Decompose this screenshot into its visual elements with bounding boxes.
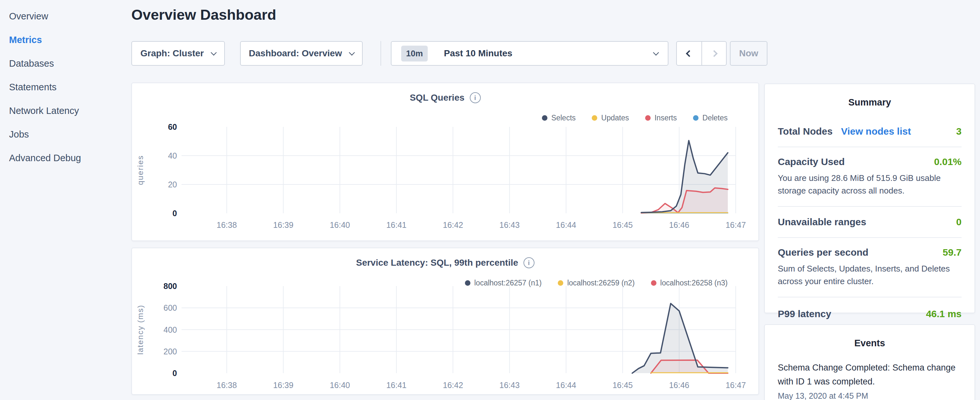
queries-per-second-value: 59.7 xyxy=(943,247,962,258)
unavailable-ranges-value: 0 xyxy=(956,217,962,228)
service-latency-chart-card: Service Latency: SQL, 99th percentile i … xyxy=(131,247,759,395)
dashboard-dropdown[interactable]: Dashboard: Overview xyxy=(240,41,363,66)
x-axis-tick-label: 16:45 xyxy=(612,220,633,229)
next-time-button[interactable] xyxy=(702,42,726,65)
y-axis-unit-label: latency (ms) xyxy=(136,304,145,355)
capacity-used-value: 0.01% xyxy=(934,156,962,167)
x-axis-tick-label: 16:43 xyxy=(500,381,520,390)
now-button[interactable]: Now xyxy=(730,41,767,66)
sidebar-item-metrics[interactable]: Metrics xyxy=(0,28,129,52)
x-axis-tick-label: 16:47 xyxy=(726,220,746,229)
sidebar-item-network-latency[interactable]: Network Latency xyxy=(0,99,129,123)
x-axis-tick-label: 16:43 xyxy=(500,220,520,229)
sidebar: Overview Metrics Databases Statements Ne… xyxy=(0,0,129,170)
x-axis-tick-label: 16:39 xyxy=(273,220,293,229)
chevron-down-icon xyxy=(211,49,216,55)
x-axis-tick-label: 16:46 xyxy=(669,381,689,390)
time-range-badge: 10m xyxy=(401,46,428,62)
y-axis-tick-label: 40 xyxy=(168,151,177,160)
chevron-right-icon xyxy=(711,50,717,57)
dashboard-dropdown-label: Dashboard: Overview xyxy=(249,48,342,59)
x-axis-tick-label: 16:40 xyxy=(330,220,350,229)
y-axis-tick-label: 0 xyxy=(172,369,177,378)
x-axis-tick-label: 16:46 xyxy=(669,220,689,229)
events-title: Events xyxy=(778,325,962,357)
x-axis-tick-label: 16:41 xyxy=(386,220,407,229)
page-title: Overview Dashboard xyxy=(131,6,276,23)
capacity-used-description: You are using 28.6 MiB of 515.9 GiB usab… xyxy=(778,167,962,206)
graph-dropdown[interactable]: Graph: Cluster xyxy=(131,41,225,66)
view-nodes-list-link[interactable]: View nodes list xyxy=(841,126,911,137)
sidebar-item-overview[interactable]: Overview xyxy=(0,5,129,28)
x-axis-tick-label: 16:40 xyxy=(330,381,350,390)
total-nodes-row: Total Nodes View nodes list 3 xyxy=(778,116,962,147)
y-axis-tick-label: 200 xyxy=(163,347,177,356)
prev-time-button[interactable] xyxy=(677,42,702,65)
sidebar-item-jobs[interactable]: Jobs xyxy=(0,123,129,146)
chevron-down-icon xyxy=(349,49,355,55)
y-axis-tick-label: 400 xyxy=(163,325,177,334)
x-axis-tick-label: 16:44 xyxy=(556,220,576,229)
time-history-buttons xyxy=(676,41,727,66)
x-axis-tick-label: 16:45 xyxy=(612,381,633,390)
sidebar-item-statements[interactable]: Statements xyxy=(0,75,129,99)
y-axis-tick-label: 600 xyxy=(163,303,177,312)
sidebar-item-databases[interactable]: Databases xyxy=(0,52,129,75)
total-nodes-value: 3 xyxy=(956,126,962,137)
p99-latency-value: 46.1 ms xyxy=(926,308,962,319)
controls-divider xyxy=(380,41,381,66)
unavailable-ranges-row: Unavailable ranges 0 xyxy=(778,207,962,237)
chart-canvas: 16:3816:3916:4016:4116:4216:4316:4416:45… xyxy=(132,248,760,395)
x-axis-tick-label: 16:47 xyxy=(726,381,746,390)
chevron-left-icon xyxy=(686,50,692,57)
unavailable-ranges-label: Unavailable ranges xyxy=(778,217,866,228)
queries-per-second-label: Queries per second xyxy=(778,247,869,258)
x-axis-tick-label: 16:44 xyxy=(556,381,576,390)
sql-queries-chart-card: SQL Queries i SelectsUpdatesInsertsDelet… xyxy=(131,83,759,241)
x-axis-tick-label: 16:38 xyxy=(217,381,237,390)
event-item-timestamp: May 13, 2020 at 4:45 PM xyxy=(778,389,962,400)
event-item-text[interactable]: Schema Change Completed: Schema change w… xyxy=(778,357,962,389)
y-axis-tick-label: 0 xyxy=(172,209,177,218)
y-axis-tick-label: 20 xyxy=(168,180,177,189)
queries-per-second-description: Sum of Selects, Updates, Inserts, and De… xyxy=(778,258,962,297)
capacity-used-label: Capacity Used xyxy=(778,156,845,167)
x-axis-tick-label: 16:42 xyxy=(443,381,463,390)
graph-dropdown-label: Graph: Cluster xyxy=(140,48,204,59)
p99-latency-label: P99 latency xyxy=(778,308,831,319)
events-panel: Events Schema Change Completed: Schema c… xyxy=(764,324,975,400)
x-axis-tick-label: 16:41 xyxy=(386,381,407,390)
capacity-used-row: Capacity Used 0.01% xyxy=(778,147,962,167)
chart-canvas: 16:3816:3916:4016:4116:4216:4316:4416:45… xyxy=(132,83,760,242)
x-axis-tick-label: 16:38 xyxy=(217,220,237,229)
time-range-label: Past 10 Minutes xyxy=(444,48,512,59)
chevron-down-icon xyxy=(653,49,659,55)
y-axis-tick-label: 800 xyxy=(163,282,177,291)
y-axis-tick-label: 60 xyxy=(168,122,177,131)
y-axis-unit-label: queries xyxy=(136,155,145,185)
summary-panel: Summary Total Nodes View nodes list 3 Ca… xyxy=(764,83,975,313)
x-axis-tick-label: 16:39 xyxy=(273,381,293,390)
total-nodes-label: Total Nodes xyxy=(778,126,832,137)
sidebar-item-advanced-debug[interactable]: Advanced Debug xyxy=(0,146,129,170)
summary-title: Summary xyxy=(778,84,962,116)
x-axis-tick-label: 16:42 xyxy=(443,220,463,229)
time-range-dropdown[interactable]: 10m Past 10 Minutes xyxy=(391,41,668,66)
queries-per-second-row: Queries per second 59.7 xyxy=(778,238,962,258)
